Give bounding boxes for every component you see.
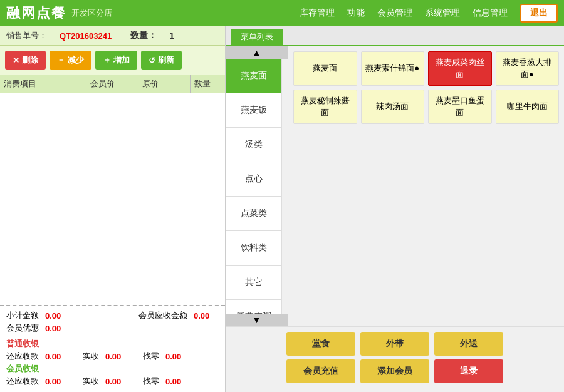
dish-item-2[interactable]: 燕麦咸菜肉丝面 xyxy=(428,51,492,86)
recharge-button[interactable]: 会员充值 xyxy=(286,359,355,383)
menu-tab-bar: 菜单列表 xyxy=(226,26,564,46)
member-due-label: 还应收款 xyxy=(6,376,39,387)
normal-change-label: 找零 xyxy=(143,351,159,362)
subtotal-row: 小计金额 0.00 会员应收金额 0.00 xyxy=(6,310,219,321)
dish-item-4[interactable]: 燕麦秘制辣酱面 xyxy=(293,90,357,124)
nav-bar: 库存管理 功能 会员管理 系统管理 信息管理 退出 xyxy=(300,4,558,23)
dish-item-0[interactable]: 燕麦面 xyxy=(293,51,357,86)
normal-cashier-row: 还应收款 0.00 实收 0.00 找零 0.00 xyxy=(6,351,219,362)
dish-name-5: 辣肉汤面 xyxy=(376,101,409,112)
nav-info[interactable]: 信息管理 xyxy=(473,8,508,19)
dish-name-1: 燕麦素什锦面● xyxy=(365,63,419,74)
member-change-label: 找零 xyxy=(143,376,159,387)
category-item-7[interactable]: 新燕麦粥 xyxy=(226,300,281,314)
order-info: 销售单号： QT201603241 数量： 1 xyxy=(0,26,225,46)
dish-name-3: 燕麦香葱大排面● xyxy=(500,57,555,80)
action-buttons: ✕ 删除 － 减少 ＋ 增加 ↺ 刷新 xyxy=(0,46,225,75)
dish-item-3[interactable]: 燕麦香葱大排面● xyxy=(496,51,560,86)
logout-button[interactable]: 退出 xyxy=(520,4,558,23)
member-cashier-title: 会员收银 xyxy=(6,363,39,374)
normal-due-value: 0.00 xyxy=(45,352,70,361)
order-no-label: 销售单号： xyxy=(6,30,47,41)
dish-name-0: 燕麦面 xyxy=(313,63,337,74)
normal-actual-value: 0.00 xyxy=(105,352,130,361)
delete-button[interactable]: ✕ 删除 xyxy=(5,51,46,70)
category-item-3[interactable]: 点心 xyxy=(226,162,281,197)
back-button[interactable]: 退录 xyxy=(434,359,503,383)
bottom-btn-row-1: 堂食 外带 外送 xyxy=(231,332,559,356)
add-button[interactable]: ＋ 增加 xyxy=(95,51,137,70)
takeaway-button[interactable]: 外带 xyxy=(360,332,429,356)
add-member-button[interactable]: 添加会员 xyxy=(360,359,429,383)
table-header: 消费项目 会员价 原价 数量 xyxy=(0,75,225,93)
nav-system[interactable]: 系统管理 xyxy=(425,8,460,19)
add-label: 增加 xyxy=(113,54,130,66)
member-due-value: 0.00 xyxy=(45,377,70,386)
normal-cashier-title: 普通收银 xyxy=(6,338,39,349)
col-qty: 数量 xyxy=(191,75,225,93)
dish-area: 燕麦面燕麦素什锦面●燕麦咸菜肉丝面燕麦香葱大排面●燕麦秘制辣酱面辣肉汤面燕麦墨口… xyxy=(288,46,564,326)
branch-label: 开发区分店 xyxy=(71,8,112,19)
subtotal-label: 小计金额 xyxy=(6,310,39,321)
member-actual-label: 实收 xyxy=(83,376,99,387)
logo: 融网点餐 xyxy=(6,4,66,23)
member-change-value: 0.00 xyxy=(165,377,191,386)
nav-inventory[interactable]: 库存管理 xyxy=(300,8,335,19)
col-member-price: 会员价 xyxy=(86,75,138,93)
minus-icon: － xyxy=(57,54,65,66)
nav-function[interactable]: 功能 xyxy=(347,8,365,19)
dish-item-1[interactable]: 燕麦素什锦面● xyxy=(361,51,425,86)
left-panel: 销售单号： QT201603241 数量： 1 ✕ 删除 － 减少 ＋ 增加 ↺… xyxy=(0,26,226,392)
qty-label: 数量： xyxy=(130,30,157,41)
category-sidebar-wrapper: ▲ 燕麦面燕麦饭汤类点心点菜类饮料类其它新燕麦粥 ▼ xyxy=(226,46,288,326)
x-icon: ✕ xyxy=(13,56,19,65)
dish-name-4: 燕麦秘制辣酱面 xyxy=(298,95,353,118)
category-item-5[interactable]: 饮料类 xyxy=(226,231,281,266)
order-table-body xyxy=(0,93,225,305)
col-item: 消费项目 xyxy=(0,75,86,93)
main-layout: 销售单号： QT201603241 数量： 1 ✕ 删除 － 减少 ＋ 增加 ↺… xyxy=(0,26,564,392)
member-actual-value: 0.00 xyxy=(105,377,130,386)
bottom-btn-row-2: 会员充值 添加会员 退录 xyxy=(231,359,559,383)
minus-button[interactable]: － 减少 xyxy=(50,51,91,70)
menu-content: ▲ 燕麦面燕麦饭汤类点心点菜类饮料类其它新燕麦粥 ▼ 燕麦面燕麦素什锦面●燕麦咸… xyxy=(226,46,564,326)
hall-button[interactable]: 堂食 xyxy=(286,332,355,356)
summary-panel: 小计金额 0.00 会员应收金额 0.00 会员优惠 0.00 普通收银 还应收… xyxy=(0,305,225,392)
normal-due-label: 还应收款 xyxy=(6,351,39,362)
col-original-price: 原价 xyxy=(138,75,191,93)
delivery-button[interactable]: 外送 xyxy=(434,332,503,356)
normal-change-value: 0.00 xyxy=(165,352,191,361)
category-scroll-up[interactable]: ▲ xyxy=(226,46,288,59)
refresh-label: 刷新 xyxy=(158,54,174,66)
dish-name-2: 燕麦咸菜肉丝面 xyxy=(432,57,488,80)
member-cashier-row: 还应收款 0.00 实收 0.00 找零 0.00 xyxy=(6,376,219,387)
header: 融网点餐 开发区分店 库存管理 功能 会员管理 系统管理 信息管理 退出 xyxy=(0,0,564,26)
subtotal-value: 0.00 xyxy=(45,311,70,321)
dish-name-6: 燕麦墨口鱼蛋面 xyxy=(432,95,488,118)
category-list: 燕麦面燕麦饭汤类点心点菜类饮料类其它新燕麦粥 xyxy=(226,59,282,314)
normal-actual-label: 实收 xyxy=(83,351,99,362)
category-scroll-down[interactable]: ▼ xyxy=(226,314,288,326)
member-cashier-title-row: 会员收银 xyxy=(6,363,219,374)
normal-cashier-title-row: 普通收银 xyxy=(6,338,219,349)
category-item-1[interactable]: 燕麦饭 xyxy=(226,93,281,128)
refresh-button[interactable]: ↺ 刷新 xyxy=(141,51,182,70)
nav-member[interactable]: 会员管理 xyxy=(377,8,412,19)
dish-item-7[interactable]: 咖里牛肉面 xyxy=(496,90,560,124)
dish-grid: 燕麦面燕麦素什锦面●燕麦咸菜肉丝面燕麦香葱大排面●燕麦秘制辣酱面辣肉汤面燕麦墨口… xyxy=(293,51,559,321)
discount-value: 0.00 xyxy=(45,324,70,333)
dish-item-6[interactable]: 燕麦墨口鱼蛋面 xyxy=(428,90,492,124)
member-amount-value: 0.00 xyxy=(194,311,219,321)
plus-icon: ＋ xyxy=(103,54,111,66)
category-item-2[interactable]: 汤类 xyxy=(226,128,281,162)
minus-label: 减少 xyxy=(68,54,84,66)
order-number: QT201603241 xyxy=(60,31,112,41)
delete-label: 删除 xyxy=(22,54,38,66)
dish-item-5[interactable]: 辣肉汤面 xyxy=(361,90,425,124)
menu-tab[interactable]: 菜单列表 xyxy=(231,29,283,45)
category-item-4[interactable]: 点菜类 xyxy=(226,197,281,231)
category-item-6[interactable]: 其它 xyxy=(226,266,281,300)
right-panel: 菜单列表 ▲ 燕麦面燕麦饭汤类点心点菜类饮料类其它新燕麦粥 ▼ 燕麦面燕麦素什锦… xyxy=(226,26,564,392)
category-item-0[interactable]: 燕麦面 xyxy=(226,59,281,93)
dish-name-7: 咖里牛肉面 xyxy=(507,101,548,112)
